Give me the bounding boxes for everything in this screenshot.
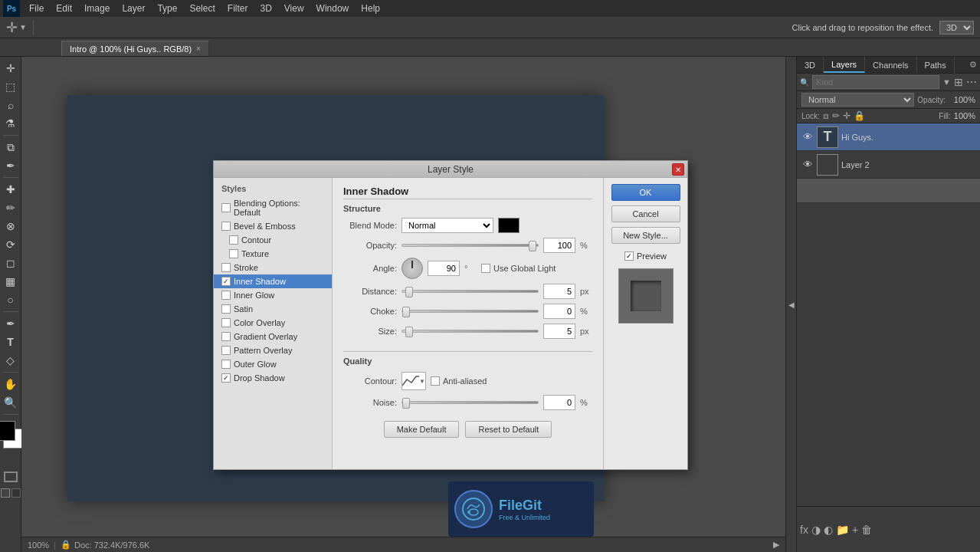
choke-slider[interactable] — [402, 306, 539, 317]
tab-close-btn[interactable]: × — [196, 44, 201, 53]
tab-channels[interactable]: Channels — [865, 57, 916, 73]
menu-edit[interactable]: Edit — [50, 2, 78, 15]
style-inner-shadow[interactable]: Inner Shadow — [214, 274, 332, 288]
blending-options-checkbox[interactable] — [221, 203, 231, 212]
menu-layer[interactable]: Layer — [116, 2, 151, 15]
tab-3d[interactable]: 3D — [797, 57, 824, 73]
zoom-tool[interactable]: 🔍 — [2, 394, 19, 411]
heal-tool[interactable]: ✚ — [2, 181, 19, 198]
eyedropper-tool[interactable]: ✒ — [2, 157, 19, 174]
eraser-tool[interactable]: ◻ — [2, 255, 19, 271]
delete-layer-btn[interactable]: 🗑 — [861, 524, 872, 536]
menu-view[interactable]: View — [278, 2, 310, 15]
choke-input[interactable] — [543, 304, 575, 319]
panel-collapse-btn[interactable]: ◀ — [785, 57, 796, 552]
tab-layers[interactable]: Layers — [824, 57, 865, 73]
reset-to-default-button[interactable]: Reset to Default — [465, 421, 552, 438]
ok-button[interactable]: OK — [611, 184, 680, 201]
fill-value[interactable]: 100% — [954, 111, 975, 120]
texture-checkbox[interactable] — [229, 249, 238, 258]
layers-search[interactable] — [812, 75, 939, 89]
pen-tool[interactable]: ✒ — [2, 315, 19, 332]
opacity-thumb[interactable] — [529, 241, 536, 251]
style-bevel-emboss[interactable]: Bevel & Emboss — [214, 219, 332, 233]
group-btn[interactable]: 📁 — [836, 524, 849, 536]
dodge-tool[interactable]: ○ — [2, 291, 19, 308]
distance-slider[interactable] — [402, 286, 539, 297]
style-pattern-overlay[interactable]: Pattern Overlay — [214, 343, 332, 357]
stroke-checkbox[interactable] — [221, 263, 231, 272]
choke-thumb[interactable] — [402, 307, 410, 317]
dialog-close-button[interactable]: ✕ — [672, 163, 684, 176]
brush-tool[interactable]: ✏ — [2, 199, 19, 216]
style-inner-glow[interactable]: Inner Glow — [214, 288, 332, 302]
make-default-button[interactable]: Make Default — [384, 421, 460, 438]
lasso-tool[interactable]: ⌕ — [2, 97, 19, 113]
menu-select[interactable]: Select — [183, 2, 221, 15]
shape-tool[interactable]: ◇ — [2, 352, 19, 369]
move-tool[interactable]: ✛ — [2, 60, 19, 77]
crop-tool[interactable]: ⧉ — [2, 139, 19, 156]
background-layer[interactable] — [797, 179, 980, 203]
quick-mask-mode[interactable] — [4, 472, 18, 482]
menu-help[interactable]: Help — [355, 2, 386, 15]
add-mask-btn[interactable]: ◑ — [811, 524, 821, 536]
layer-eye-hi-guys[interactable]: 👁 — [801, 131, 814, 143]
menu-window[interactable]: Window — [310, 2, 356, 15]
noise-input[interactable] — [543, 395, 575, 410]
adjustment-btn[interactable]: ◐ — [824, 524, 833, 536]
lock-all-btn[interactable]: 🔒 — [854, 110, 865, 121]
layers-options-btn[interactable]: ⋯ — [966, 76, 977, 88]
status-arrow[interactable]: ▶ — [773, 540, 779, 550]
menu-file[interactable]: File — [23, 2, 50, 15]
opacity-value-panel[interactable]: 100% — [949, 95, 975, 104]
style-color-overlay[interactable]: Color Overlay — [214, 316, 332, 330]
panel-settings-icon[interactable]: ⚙ — [969, 60, 977, 70]
style-gradient-overlay[interactable]: Gradient Overlay — [214, 330, 332, 343]
inner-shadow-checkbox[interactable] — [221, 277, 231, 286]
layer-eye-layer2[interactable]: 👁 — [801, 159, 814, 171]
outer-glow-checkbox[interactable] — [221, 360, 231, 369]
contour-checkbox[interactable] — [229, 235, 238, 245]
move-tool-icon[interactable]: ✛ — [6, 19, 18, 36]
blend-color-swatch[interactable] — [498, 218, 519, 233]
color-overlay-checkbox[interactable] — [221, 318, 231, 327]
lock-transparent-btn[interactable]: ⧈ — [823, 110, 829, 121]
marquee-tool[interactable]: ⬚ — [2, 78, 19, 95]
blend-mode-dropdown[interactable]: Normal — [801, 93, 914, 107]
layer-item-hi-guys[interactable]: 👁 T Hi Guys. — [797, 123, 980, 151]
add-layer-btn[interactable]: ⊞ — [954, 76, 963, 88]
clone-tool[interactable]: ⊗ — [2, 218, 19, 235]
drop-shadow-checkbox[interactable] — [221, 373, 231, 383]
angle-dial[interactable] — [402, 258, 423, 279]
opacity-input[interactable] — [543, 238, 575, 253]
satin-checkbox[interactable] — [221, 304, 231, 314]
3d-mode-select[interactable]: 3D — [939, 21, 974, 34]
tab-paths[interactable]: Paths — [917, 57, 955, 73]
contour-picker[interactable]: ▼ — [402, 372, 426, 390]
menu-3d[interactable]: 3D — [254, 2, 277, 15]
layer-item-layer2[interactable]: 👁 Layer 2 — [797, 151, 980, 179]
magic-wand-tool[interactable]: ⚗ — [2, 115, 19, 132]
style-outer-glow[interactable]: Outer Glow — [214, 357, 332, 371]
style-blending-options[interactable]: Blending Options: Default — [214, 196, 332, 219]
text-tool[interactable]: T — [2, 334, 19, 350]
tab-intro[interactable]: Intro @ 100% (Hi Guys.. RGB/8) × — [61, 41, 209, 56]
blend-mode-select[interactable]: Normal Multiply Screen — [402, 218, 493, 233]
opacity-slider[interactable] — [402, 240, 539, 251]
size-input[interactable] — [543, 324, 575, 339]
distance-input[interactable] — [543, 284, 575, 299]
menu-type[interactable]: Type — [151, 2, 183, 15]
style-stroke[interactable]: Stroke — [214, 261, 332, 274]
noise-slider[interactable] — [402, 397, 539, 408]
history-tool[interactable]: ⟳ — [2, 236, 19, 253]
noise-thumb[interactable] — [402, 398, 410, 409]
standard-screen[interactable] — [1, 488, 10, 498]
style-texture[interactable]: Texture — [214, 247, 332, 261]
bevel-emboss-checkbox[interactable] — [221, 222, 231, 231]
style-drop-shadow[interactable]: Drop Shadow — [214, 371, 332, 385]
style-contour[interactable]: Contour — [214, 233, 332, 247]
lock-position-btn[interactable]: ✛ — [843, 110, 851, 121]
lock-image-btn[interactable]: ✏ — [832, 110, 840, 121]
layer-fx-btn[interactable]: fx — [800, 524, 808, 536]
